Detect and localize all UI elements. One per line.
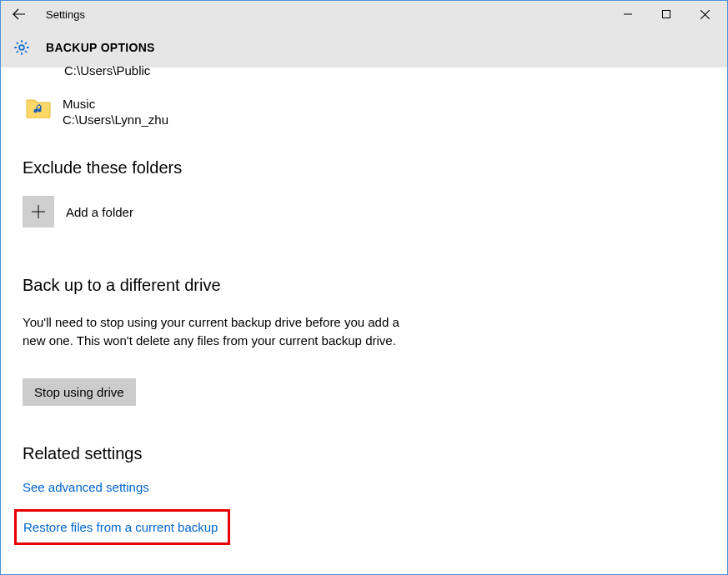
minimize-button[interactable]	[609, 1, 647, 28]
content-area: C:\Users\Public Music C:\Users\Lynn_zhu …	[1, 64, 727, 545]
different-drive-heading: Back up to a different drive	[23, 276, 705, 295]
music-folder-icon	[26, 97, 51, 121]
page-title: BACKUP OPTIONS	[46, 41, 155, 54]
add-folder-button[interactable]: Add a folder	[23, 196, 705, 228]
title-bar: Settings	[1, 1, 727, 28]
folder-path: C:\Users\Lynn_zhu	[63, 112, 168, 127]
maximize-icon	[662, 10, 670, 18]
svg-point-1	[19, 45, 24, 50]
plus-icon	[23, 196, 54, 228]
add-folder-label: Add a folder	[66, 205, 133, 219]
previous-folder-path: C:\Users\Public	[23, 64, 705, 77]
close-icon	[700, 10, 710, 19]
gear-icon	[13, 38, 31, 57]
arrow-left-icon	[13, 8, 26, 21]
back-button[interactable]	[1, 1, 38, 28]
folder-item-music[interactable]: Music C:\Users\Lynn_zhu	[26, 97, 705, 127]
folder-name: Music	[63, 97, 168, 111]
page-header: BACKUP OPTIONS	[1, 28, 727, 68]
restore-files-link[interactable]: Restore files from a current backup	[23, 520, 218, 534]
svg-rect-0	[663, 11, 670, 18]
related-settings-heading: Related settings	[23, 444, 705, 463]
different-drive-description: You'll need to stop using your current b…	[23, 313, 414, 350]
see-advanced-settings-link[interactable]: See advanced settings	[23, 480, 149, 494]
maximize-button[interactable]	[647, 1, 685, 28]
close-button[interactable]	[685, 1, 724, 28]
minimize-icon	[624, 10, 632, 18]
stop-using-drive-button[interactable]: Stop using drive	[23, 378, 136, 406]
exclude-folders-heading: Exclude these folders	[23, 158, 705, 178]
window-title: Settings	[46, 8, 85, 21]
highlight-annotation: Restore files from a current backup	[14, 509, 230, 545]
